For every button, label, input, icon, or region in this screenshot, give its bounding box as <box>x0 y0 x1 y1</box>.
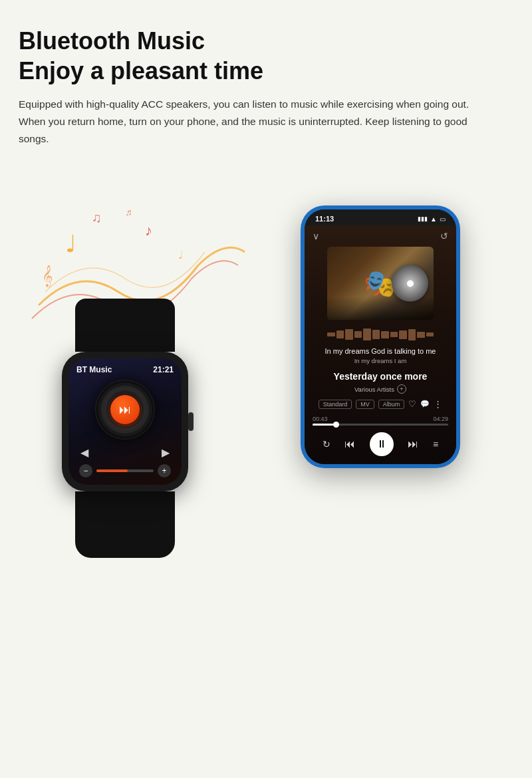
next-button[interactable]: ⏭ <box>408 438 418 450</box>
cd-center <box>407 280 414 287</box>
phone-screen: 11:13 ▮▮▮ ▲ ▭ ∨ ↺ <box>305 209 456 464</box>
album-art-container: 🎭 <box>327 247 434 320</box>
player-controls: ↻ ⏮ ⏸ ⏭ ≡ <box>313 432 448 456</box>
watch-volume-bar[interactable] <box>96 469 154 472</box>
svg-text:𝄞: 𝄞 <box>42 265 53 288</box>
watch-body: BT Music 21:21 ⏭ ◀ <box>62 352 188 491</box>
watch-time: 21:21 <box>153 365 174 374</box>
more-icon[interactable]: ⋮ <box>434 399 442 409</box>
phone-status-bar: 11:13 ▮▮▮ ▲ ▭ <box>305 209 456 225</box>
progress-current: 00:43 <box>313 416 328 422</box>
wifi-icon: ▲ <box>430 215 437 223</box>
svg-text:♬: ♬ <box>125 207 132 217</box>
watch-topbar: BT Music 21:21 <box>76 365 174 374</box>
music-player-screen: ∨ ↺ 🎭 <box>305 225 456 464</box>
waveform-bar <box>426 332 434 336</box>
progress-dot <box>333 422 339 428</box>
waveform-bar <box>345 329 353 340</box>
watch-vinyl: ⏭ <box>95 380 155 440</box>
sub-title: Enjoy a pleasant time <box>19 57 513 85</box>
watch-next-button[interactable]: ▶ <box>162 446 170 459</box>
phone: 11:13 ▮▮▮ ▲ ▭ ∨ ↺ <box>301 205 460 468</box>
waveform-bar <box>399 330 407 339</box>
watch-prev-button[interactable]: ◀ <box>80 446 88 459</box>
smartwatch-wrapper: BT Music 21:21 ⏭ ◀ <box>39 299 211 558</box>
svg-text:♩: ♩ <box>178 249 184 261</box>
artist-name: Various Artists <box>354 386 394 393</box>
waveform-bar <box>327 332 335 336</box>
artist-plus-icon[interactable]: + <box>397 384 406 394</box>
svg-text:♪: ♪ <box>145 222 152 239</box>
tag-row: Standard MV Album ♡ 💬 ⋮ <box>313 399 448 409</box>
status-icons: ▮▮▮ ▲ ▭ <box>418 215 446 223</box>
watch-volume-fill <box>96 469 128 472</box>
watch-crown <box>188 412 194 431</box>
phone-wrapper: 11:13 ▮▮▮ ▲ ▭ ∨ ↺ <box>287 205 473 468</box>
waveform-bar <box>372 330 380 339</box>
waveform-bar <box>354 331 362 338</box>
pause-button[interactable]: ⏸ <box>370 432 394 456</box>
song-subtitle: In my dreams I am <box>313 357 448 364</box>
comment-icon[interactable]: 💬 <box>420 400 430 408</box>
watch-vol-down-button[interactable]: − <box>79 464 92 477</box>
watch-volume-row: − + <box>76 464 174 477</box>
progress-times: 00:43 04:29 <box>313 416 448 422</box>
tag-album[interactable]: Album <box>378 400 405 409</box>
watch-bt-label: BT Music <box>76 365 112 374</box>
tag-mv[interactable]: MV <box>356 400 374 409</box>
smartwatch: BT Music 21:21 ⏭ ◀ <box>59 299 192 558</box>
collapse-icon[interactable]: ∨ <box>313 231 319 241</box>
devices-area: ♩ ♪ ♫ ♩ ♬ 𝄞 BT Music <box>19 166 513 711</box>
song-title-inline: In my dreams God is talking to me <box>313 346 448 356</box>
album-art-overlay <box>327 297 434 320</box>
waveform <box>327 328 434 341</box>
waveform-bar <box>417 332 425 338</box>
page-container: Bluetooth Music Enjoy a pleasant time Eq… <box>0 0 532 778</box>
song-name-big: Yesterday once more <box>313 371 448 382</box>
strap-bottom <box>75 491 175 558</box>
waveform-bar <box>336 330 344 338</box>
watch-controls-row: ◀ ▶ <box>76 446 174 459</box>
player-nav: ∨ ↺ <box>313 231 448 241</box>
heart-icon[interactable]: ♡ <box>408 399 416 409</box>
pause-icon: ⏸ <box>376 438 387 450</box>
signal-icon: ▮▮▮ <box>418 215 428 222</box>
svg-text:♩: ♩ <box>65 230 76 257</box>
watch-vol-up-button[interactable]: + <box>158 464 171 477</box>
svg-text:♫: ♫ <box>92 210 102 225</box>
progress-area: 00:43 04:29 <box>313 416 448 426</box>
waveform-bar <box>408 329 416 340</box>
description-text: Equipped with high-quality ACC speakers,… <box>19 96 497 147</box>
repeat-icon[interactable]: ↻ <box>323 439 331 450</box>
playlist-icon[interactable]: ≡ <box>433 439 438 450</box>
title-block: Bluetooth Music Enjoy a pleasant time <box>19 27 513 85</box>
waveform-bar <box>390 332 398 337</box>
artist-row: Various Artists + <box>313 384 448 394</box>
watch-screen: BT Music 21:21 ⏭ ◀ <box>68 358 182 485</box>
waveform-bar <box>363 328 371 340</box>
prev-button[interactable]: ⏮ <box>344 438 355 450</box>
progress-total: 04:29 <box>433 416 448 422</box>
watch-play-button[interactable]: ⏭ <box>110 395 140 424</box>
watch-skip-icon: ⏭ <box>119 403 131 417</box>
main-title: Bluetooth Music <box>19 27 513 55</box>
cd-disc <box>392 265 428 302</box>
progress-bar[interactable] <box>313 424 448 426</box>
status-time: 11:13 <box>315 215 334 223</box>
strap-top <box>75 299 175 352</box>
battery-icon: ▭ <box>440 215 446 223</box>
waveform-bar <box>381 331 389 338</box>
refresh-icon[interactable]: ↺ <box>440 231 448 241</box>
progress-fill <box>313 424 337 426</box>
tag-standard[interactable]: Standard <box>319 400 352 409</box>
